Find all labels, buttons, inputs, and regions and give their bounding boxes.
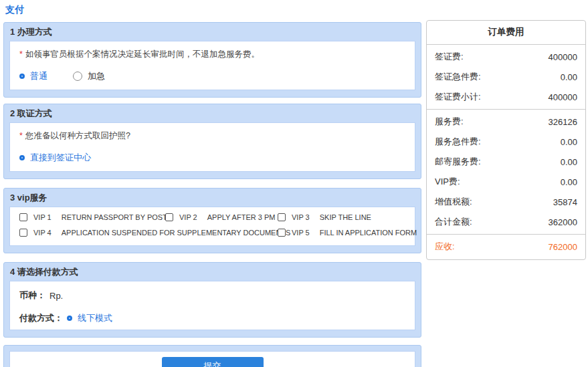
fee-label: 签证费: xyxy=(435,51,464,63)
vip4-name[interactable]: VIP 4 xyxy=(33,229,52,237)
vip5-desc[interactable]: FILL IN APPLICATION FORM xyxy=(320,229,417,237)
page-title: 支付 xyxy=(5,4,24,16)
vip-option-1[interactable]: VIP 1 RETURN PASSPORT BY POST xyxy=(19,213,165,221)
radio-option-normal[interactable]: 普通 xyxy=(19,70,47,82)
fee-panel-title: 订单费用 xyxy=(427,21,585,45)
vip4-desc[interactable]: APPLICATION SUSPENDED FOR SUPPLEMENTARY … xyxy=(62,229,291,237)
fee-label: 服务费: xyxy=(435,116,464,128)
fee-value: 0.00 xyxy=(561,72,577,82)
fee-row-vip-fee: VIP费: 0.00 xyxy=(427,172,585,192)
vip1-name[interactable]: VIP 1 xyxy=(33,213,52,221)
payment-page: 支付 1 办理方式 *如领事官员根据个案情况决定延长审批时间，不退加急服务费。 … xyxy=(0,0,588,367)
fee-row-postal-fee: 邮寄服务费: 0.00 xyxy=(427,152,585,172)
radio-label-urgent[interactable]: 加急 xyxy=(88,70,105,82)
vip-option-3[interactable]: VIP 3 SKIP THE LINE xyxy=(278,213,371,221)
section-payment-method: 4 请选择付款方式 币种： Rp. 付款方式： 线下模式 xyxy=(3,262,421,338)
currency-value: Rp. xyxy=(50,291,63,301)
section-processing-body: *如领事官员根据个案情况决定延长审批时间，不退加急服务费。 普通 加急 xyxy=(9,41,415,90)
vip-option-2[interactable]: VIP 2 APPLY AFTER 3 PM xyxy=(165,213,278,221)
radio-selected-icon[interactable] xyxy=(19,155,25,160)
section-processing-method: 1 办理方式 *如领事官员根据个案情况决定延长审批时间，不退加急服务费。 普通 … xyxy=(3,22,421,98)
vip-row-1: VIP 1 RETURN PASSPORT BY POST VIP 2 APPL… xyxy=(19,213,405,221)
fee-row-total-amount: 合计金额: 362000 xyxy=(427,212,585,232)
checkbox-icon[interactable] xyxy=(278,229,286,237)
radio-label-normal[interactable]: 普通 xyxy=(30,70,47,82)
vip1-desc[interactable]: RETURN PASSPORT BY POST xyxy=(62,213,167,221)
fee-label: 增值税额: xyxy=(435,196,472,208)
fee-label: 邮寄服务费: xyxy=(435,156,481,168)
radio-label-visa-center[interactable]: 直接到签证中心 xyxy=(30,152,91,164)
radio-selected-icon[interactable] xyxy=(19,74,25,79)
checkbox-icon[interactable] xyxy=(19,213,27,221)
submit-panel: 提交 xyxy=(3,345,421,367)
fee-value: 0.00 xyxy=(561,137,577,147)
section-vip-body: VIP 1 RETURN PASSPORT BY POST VIP 2 APPL… xyxy=(9,207,415,246)
section-collection-title: 2 取证方式 xyxy=(4,104,421,122)
checkbox-icon[interactable] xyxy=(278,213,286,221)
fee-value: 400000 xyxy=(549,92,577,102)
fee-row-visa-urgent-fee: 签证急件费: 0.00 xyxy=(427,67,585,87)
collection-tip: *您准备以何种方式取回护照? xyxy=(19,130,405,142)
fee-row-service-urgent-fee: 服务急件费: 0.00 xyxy=(427,132,585,152)
collection-tip-text: 您准备以何种方式取回护照? xyxy=(25,131,130,140)
section-payment-body: 币种： Rp. 付款方式： 线下模式 xyxy=(9,281,415,330)
radio-option-urgent[interactable]: 加急 xyxy=(73,70,105,82)
vip2-name[interactable]: VIP 2 xyxy=(179,213,197,221)
collection-options: 直接到签证中心 xyxy=(19,152,405,164)
payment-method-line: 付款方式： 线下模式 xyxy=(19,312,405,324)
amount-due-row: 应收: 762000 xyxy=(427,234,585,259)
section-processing-title: 1 办理方式 xyxy=(4,23,421,41)
processing-tip: *如领事官员根据个案情况决定延长审批时间，不退加急服务费。 xyxy=(19,49,405,60)
radio-option-offline[interactable]: 线下模式 xyxy=(67,312,112,324)
fee-row-service-fee: 服务费: 326126 xyxy=(427,112,585,132)
fee-row-visa-subtotal: 签证费小计: 400000 xyxy=(427,87,585,107)
section-vip-title: 3 vip服务 xyxy=(4,189,421,207)
fee-value: 35874 xyxy=(553,197,577,207)
currency-label: 币种： xyxy=(19,289,45,301)
order-fee-panel: 订单费用 签证费: 400000 签证急件费: 0.00 签证费小计: 4000… xyxy=(426,20,586,260)
radio-label-offline[interactable]: 线下模式 xyxy=(78,312,112,324)
fee-value: 400000 xyxy=(549,52,577,62)
processing-tip-text: 如领事官员根据个案情况决定延长审批时间，不退加急服务费。 xyxy=(25,49,260,59)
vip3-name[interactable]: VIP 3 xyxy=(292,213,310,221)
visa-fee-group: 签证费: 400000 签证急件费: 0.00 签证费小计: 400000 xyxy=(427,45,585,109)
vip5-name[interactable]: VIP 5 xyxy=(292,229,310,237)
fee-label: 签证费小计: xyxy=(435,91,481,103)
required-asterisk: * xyxy=(19,131,23,140)
vip-option-5[interactable]: VIP 5 FILL IN APPLICATION FORM xyxy=(278,229,417,237)
fee-row-visa-fee: 签证费: 400000 xyxy=(427,47,585,67)
fee-label: 服务急件费: xyxy=(435,136,481,148)
amount-due-value: 762000 xyxy=(549,242,577,252)
vip2-desc[interactable]: APPLY AFTER 3 PM xyxy=(207,213,276,221)
section-collection-body: *您准备以何种方式取回护照? 直接到签证中心 xyxy=(9,122,415,172)
fee-value: 0.00 xyxy=(561,177,577,187)
main-column: 1 办理方式 *如领事官员根据个案情况决定延长审批时间，不退加急服务费。 普通 … xyxy=(3,22,421,367)
vip-option-4[interactable]: VIP 4 APPLICATION SUSPENDED FOR SUPPLEME… xyxy=(19,229,278,237)
fee-value: 362000 xyxy=(549,217,577,227)
service-fee-group: 服务费: 326126 服务急件费: 0.00 邮寄服务费: 0.00 VIP费… xyxy=(427,109,585,234)
submit-button[interactable]: 提交 xyxy=(162,357,264,367)
processing-options: 普通 加急 xyxy=(19,70,405,82)
fee-value: 0.00 xyxy=(561,157,577,167)
section-payment-title: 4 请选择付款方式 xyxy=(4,263,421,281)
fee-row-vat: 增值税额: 35874 xyxy=(427,192,585,212)
required-asterisk: * xyxy=(19,49,23,59)
checkbox-icon[interactable] xyxy=(19,229,27,237)
radio-selected-icon[interactable] xyxy=(67,316,72,321)
fee-label: 签证急件费: xyxy=(435,71,481,83)
vip-row-2: VIP 4 APPLICATION SUSPENDED FOR SUPPLEME… xyxy=(19,229,405,237)
section-vip-services: 3 vip服务 VIP 1 RETURN PASSPORT BY POST VI… xyxy=(3,188,421,253)
payment-method-label: 付款方式： xyxy=(19,312,63,324)
radio-option-visa-center[interactable]: 直接到签证中心 xyxy=(19,152,91,164)
section-collection-method: 2 取证方式 *您准备以何种方式取回护照? 直接到签证中心 xyxy=(3,104,421,179)
currency-line: 币种： Rp. xyxy=(19,289,405,301)
fee-label: VIP费: xyxy=(435,176,460,188)
submit-panel-body: 提交 xyxy=(9,351,415,367)
vip3-desc[interactable]: SKIP THE LINE xyxy=(320,213,371,221)
fee-label: 合计金额: xyxy=(435,216,472,228)
checkbox-icon[interactable] xyxy=(165,213,173,221)
fee-value: 326126 xyxy=(549,117,577,127)
amount-due-label: 应收: xyxy=(435,241,455,253)
radio-unselected-icon[interactable] xyxy=(73,72,82,81)
